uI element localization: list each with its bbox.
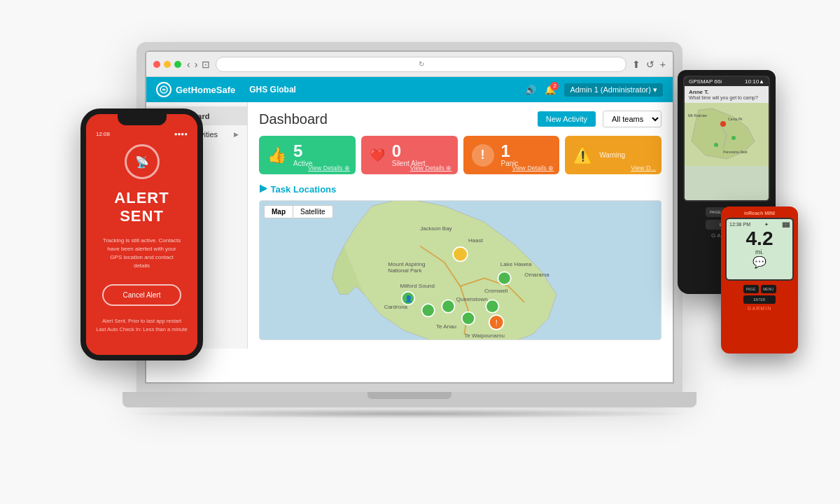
svg-point-11 [453,247,468,262]
brand-name: GetHomeSafe [176,85,235,95]
phone-cancel-alert-button[interactable]: Cancel Alert [102,284,182,306]
status-cards: 👍 5 Active View Details ⊕ ❤️ [259,136,662,174]
browser-chrome: ‹ › ⊡ ↻ ⬆ ↺ + [146,52,673,77]
gps-mini-unit: mi. [729,248,790,255]
sound-icon[interactable]: 🔊 [525,85,536,95]
svg-text:Lake Hawea: Lake Hawea [500,261,532,267]
gps-mini-enter-button[interactable]: ENTER [743,295,776,304]
gps-large-screen: GPSMAP 66i 10:10▲ Anne T. What time will… [683,76,770,202]
logo-icon [156,82,172,97]
active-view-details[interactable]: View Details ⊕ [308,164,350,172]
svg-point-26 [720,121,726,127]
maximize-window-button[interactable] [174,61,181,68]
active-count: 5 [293,143,312,160]
svg-point-6 [462,312,475,325]
phone-footer-text: Alert Sent. Prior to last app restart La… [96,317,188,334]
active-card: 👍 5 Active View Details ⊕ [259,136,356,174]
svg-text:Jackson Bay: Jackson Bay [420,225,451,232]
svg-text:National Park: National Park [388,267,422,274]
phone-logo-area: 📡 [125,144,160,179]
warning-card-info: Warning [599,151,625,159]
minimize-window-button[interactable] [164,61,171,68]
phone-logo-icon: 📡 [125,144,160,179]
svg-point-4 [421,304,434,316]
silent-alert-view-details[interactable]: View Details ⊕ [410,164,452,172]
dashboard-header: Dashboard New Activity All teams [259,111,662,127]
svg-text:Haast: Haast [468,237,484,244]
browser-action-buttons: ⬆ ↺ + [632,59,666,70]
gps-contact-name: Anne T. [689,89,764,95]
gps-message-area: Anne T. What time will you get to camp? [685,86,769,103]
refresh-button[interactable]: ↺ [646,59,654,70]
svg-text:Te Anau: Te Anau [436,323,456,330]
new-tab-button[interactable]: + [660,59,666,70]
gps-time: 10:10▲ [745,78,764,85]
laptop-base [122,392,696,407]
svg-text:Panorama Rest: Panorama Rest [723,150,748,154]
gps-mini-screen-header: 12:38 PM ✦ ▓▓ [729,222,790,227]
task-locations-section: ⯈ Task Locations Map Satellite [259,184,662,340]
notification-badge-wrapper: 🔔 2 [545,85,556,95]
gps-mini-bluetooth-icon: ✦ [764,222,769,227]
phone-time: 12:08 [96,131,110,137]
close-window-button[interactable] [153,61,160,68]
laptop-device: ‹ › ⊡ ↻ ⬆ ↺ + [136,42,682,434]
share-button[interactable]: ⬆ [632,59,640,70]
svg-point-5 [442,300,454,312]
silent-alert-count: 0 [392,143,426,160]
top-navigation: GetHomeSafe GHS Global 🔊 🔔 2 Admin 1 (Ad… [146,77,673,102]
phone-signal: ●●●● [174,131,188,137]
forward-button[interactable]: › [195,59,198,70]
svg-text:Cardrona: Cardrona [384,304,408,310]
gps-mini-brand-label: GARMIN [725,306,794,311]
panic-count: 1 [501,143,519,160]
phone-alert-title: ALERT SENT [96,189,188,225]
warning-view-details[interactable]: View D... [631,164,656,172]
active-icon: 👍 [267,146,286,164]
gps-mini-device: inReach MINI 12:38 PM ✦ ▓▓ 4.2 mi. 💬 PAG… [721,206,798,354]
gps-mini-buttons: PAGE MENU ENTER [725,285,794,304]
gps-model-label: GPSMAP 66i [689,78,722,85]
svg-point-8 [498,272,510,284]
gps-mini-speed: 4.2 [729,229,790,248]
gps-mini-btn-row-2: ENTER [725,295,794,304]
phone-notch [118,114,167,125]
new-activity-button[interactable]: New Activity [538,111,596,127]
map-container[interactable]: Map Satellite [259,200,662,340]
scene: 12:08 ●●●● 📡 ALERT SENT Tracking is stil… [0,0,840,504]
panic-card-info: 1 Panic [501,143,519,167]
laptop-screen: ‹ › ⊡ ↻ ⬆ ↺ + [145,50,674,384]
task-locations-title: ⯈ Task Locations [259,184,662,195]
svg-text:Milford Sound: Milford Sound [400,283,435,289]
browser-nav-buttons: ‹ › ⊡ [187,59,210,70]
map-tab-satellite[interactable]: Satellite [293,205,333,218]
gps-mini-menu-button[interactable]: MENU [761,285,776,293]
all-teams-select[interactable]: All teams [603,111,662,127]
sidebar-arrow-icon: ▶ [234,131,239,138]
app-logo: GetHomeSafe [156,82,235,97]
map-tab-map[interactable]: Map [264,205,293,218]
warning-label: Warning [599,151,625,159]
fullscreen-button[interactable]: ⊡ [202,59,210,70]
gps-mini-page-button[interactable]: PAGE [743,285,759,293]
warning-icon: ⚠️ [573,146,592,164]
laptop-frame: ‹ › ⊡ ↻ ⬆ ↺ + [136,42,682,392]
nav-icons: 🔊 🔔 2 Admin 1 (Administrator) ▾ [525,83,663,97]
gps-mini-message-icon: 💬 [729,255,790,269]
notification-count: 2 [550,82,559,90]
nav-title: GHS Global [249,85,296,94]
back-button[interactable]: ‹ [187,59,190,70]
address-bar[interactable]: ↻ [216,57,626,72]
gps-map-area: Mt Rainier Camp Pk Panorama Rest [685,103,769,169]
panic-view-details[interactable]: View Details ⊕ [512,164,554,172]
dashboard-content: Dashboard New Activity All teams 👍 5 [248,102,673,349]
dashboard-title: Dashboard [259,111,531,127]
gps-message-text: What time will you get to camp? [689,95,764,100]
svg-text:Camp Pk: Camp Pk [728,117,743,121]
gps-mini-model-label: inReach MINI [725,211,794,216]
laptop-shadow [122,409,696,419]
map-tab-bar: Map Satellite [264,205,333,218]
gps-mini-btn-row-1: PAGE MENU [725,285,794,293]
user-menu[interactable]: Admin 1 (Administrator) ▾ [564,83,663,97]
app-wrapper: GetHomeSafe GHS Global 🔊 🔔 2 Admin 1 (Ad… [146,77,673,349]
